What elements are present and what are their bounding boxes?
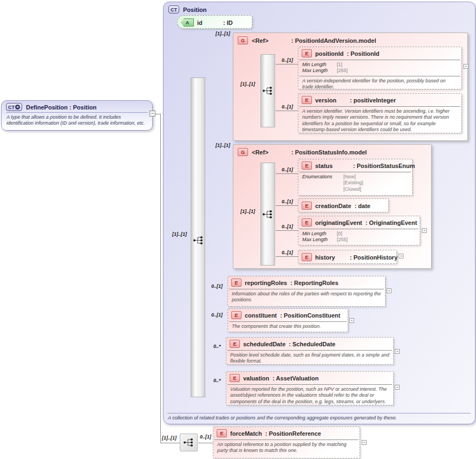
expand-button[interactable]: +	[387, 288, 392, 293]
element-scheduleddate-box[interactable]: E scheduledDate : ScheduledDate Position…	[226, 337, 394, 365]
element-type: : PositionHistory	[350, 254, 397, 261]
element-constituent-box[interactable]: E constituent : PositionConstituent The …	[227, 308, 348, 332]
cardinality-label: 0..[1]	[282, 224, 293, 229]
element-name: forceMatch	[230, 430, 262, 437]
sequence-icon	[193, 236, 204, 245]
enumeration-value: [New]	[343, 174, 363, 180]
define-position-type-box[interactable]: CT+ DefinePosition : Position A type tha…	[1, 100, 153, 131]
facet-name: Max Length	[302, 237, 337, 243]
expand-button[interactable]: +	[349, 318, 354, 323]
cardinality-label: 0..*	[213, 378, 221, 383]
group-icon: G	[238, 36, 248, 44]
element-description: A version identifier. Version identifier…	[299, 106, 460, 134]
position-type-title: Position	[183, 7, 206, 13]
connector-line	[276, 111, 298, 111]
schema-diagram: CT Position A collection of related trad…	[0, 0, 476, 459]
element-name: originatingEvent	[315, 219, 362, 226]
position-footer-note: A collection of related trades or positi…	[168, 415, 397, 421]
group-name: <Ref>	[252, 37, 288, 44]
element-icon: E	[230, 374, 240, 382]
element-name: creationDate	[315, 203, 351, 209]
attribute-icon: A	[181, 18, 194, 27]
complex-type-icon: CT	[168, 5, 179, 14]
element-positionid-box[interactable]: E positionId : PositionId Min Length[1] …	[298, 47, 462, 89]
element-description: Valuation reported for the position, suc…	[227, 384, 392, 406]
element-name: valuation	[243, 375, 269, 382]
element-valuation-box[interactable]: E valuation : AssetValuation Valuation r…	[226, 371, 394, 405]
element-type: : AssetValuation	[272, 375, 318, 382]
cardinality-label: [1]..[1]	[240, 209, 255, 214]
element-description: An optional reference to a position supp…	[214, 439, 358, 456]
element-icon: E	[302, 161, 312, 170]
expand-button[interactable]: +	[464, 64, 468, 69]
element-name: history	[315, 254, 347, 261]
element-icon: E	[302, 49, 312, 57]
element-history-box[interactable]: E history : PositionHistory	[298, 250, 397, 264]
connector-line	[276, 256, 298, 257]
element-creationdate-box[interactable]: E creationDate : date	[298, 198, 389, 212]
element-type: : date	[355, 203, 370, 209]
cardinality-label: 0..[1]	[282, 57, 293, 63]
footer-separator	[167, 413, 471, 413]
element-status-box[interactable]: E status : PositionStatusEnum Enumeratio…	[298, 159, 413, 196]
cardinality-label: [1]..[1]	[216, 143, 230, 148]
element-name: version	[315, 97, 347, 104]
facet-name: Min Length	[302, 231, 337, 237]
attribute-type: : ID	[223, 20, 233, 26]
element-name: status	[315, 163, 350, 169]
cardinality-label: [1]..[1]	[216, 31, 230, 36]
element-type: : PositionConstituent	[280, 312, 340, 319]
expand-button[interactable]: +	[395, 385, 400, 390]
facet-name: Max Length	[302, 68, 337, 74]
element-forcematch-box[interactable]: E forceMatch : PositionReference An opti…	[213, 426, 360, 458]
element-type: : ReportingRoles	[290, 280, 338, 286]
connector-line	[276, 64, 298, 64]
expand-button[interactable]: +	[362, 440, 367, 445]
element-name: constituent	[245, 312, 277, 319]
expand-button[interactable]: +	[395, 349, 400, 354]
cardinality-label: 0..[1]	[282, 250, 293, 255]
element-icon: E	[230, 340, 240, 348]
element-originatingevent-box[interactable]: E originatingEvent : OriginatingEvent Mi…	[298, 216, 420, 245]
attribute-name: id	[197, 20, 220, 26]
attribute-id-box[interactable]: A id : ID	[177, 15, 252, 29]
group-icon: G	[238, 148, 248, 156]
collapse-button[interactable]: −	[149, 111, 155, 117]
facet-name: Min Length	[302, 62, 337, 68]
connector-line	[276, 173, 298, 174]
connector-line	[160, 443, 180, 443]
enumeration-value: [Existing]	[343, 180, 363, 186]
group-name: <Ref>	[252, 149, 288, 156]
derivation-plus-icon: +	[15, 105, 20, 109]
cardinality-label: [1]..[1]	[172, 231, 187, 237]
cardinality-label: 0..[1]	[282, 199, 293, 204]
element-icon: E	[302, 218, 312, 227]
element-type: : PositionStatusEnum	[353, 163, 415, 169]
connector-line	[155, 114, 160, 114]
element-reportingroles-box[interactable]: E reportingRoles : ReportingRoles Inform…	[227, 276, 386, 307]
element-type: : PositionReference	[265, 430, 321, 437]
element-icon: E	[231, 279, 242, 287]
cardinality-label: 0..[1]	[282, 104, 293, 109]
facet-value: [255]	[337, 68, 348, 74]
element-icon: E	[231, 311, 242, 319]
element-description: Position level schedule date, such as fi…	[227, 350, 392, 366]
cardinality-label: 0..[1]	[200, 434, 211, 439]
group-type: : PositionIdAndVersion.model	[291, 37, 376, 44]
define-position-description: A type that allows a position to be defi…	[2, 113, 152, 128]
cardinality-label: 0..[1]	[211, 283, 223, 289]
facet-value: [1]	[337, 62, 342, 68]
expand-button[interactable]: +	[399, 254, 403, 258]
facet-name: Enumerations	[302, 174, 343, 180]
element-icon: E	[302, 253, 312, 261]
expand-button[interactable]: +	[422, 228, 427, 233]
connector-line	[198, 443, 213, 443]
connector-line	[276, 205, 298, 206]
complex-type-derived-icon: CT+	[6, 103, 22, 111]
cardinality-label: 0..*	[213, 344, 221, 349]
element-version-box[interactable]: E version : positiveInteger A version id…	[298, 93, 462, 133]
sequence-icon	[183, 438, 194, 447]
cardinality-label: 0..[1]	[282, 167, 293, 172]
element-type: : PositionId	[347, 50, 380, 57]
define-position-title: DefinePosition : Position	[26, 104, 96, 111]
